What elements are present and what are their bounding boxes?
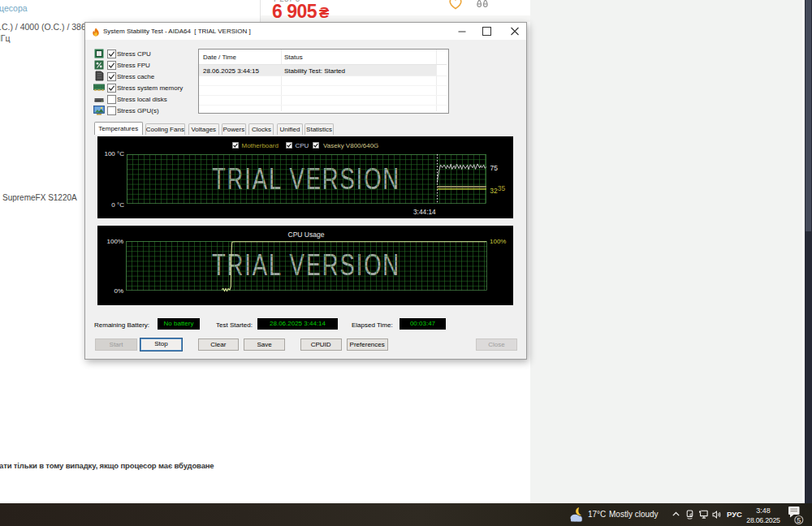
svg-text:5: 5 (797, 516, 801, 524)
